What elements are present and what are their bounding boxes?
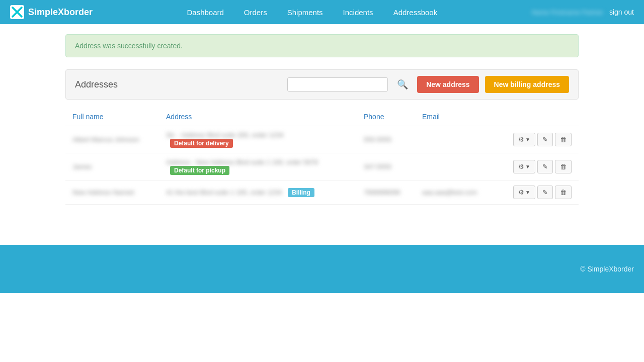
nav-area: Dashboard Orders Shipments Incidents Add… [93,8,532,17]
main-content: Address was successfully created. Addres… [65,24,579,215]
cell-actions: ⚙ ▼ ✎ 🗑 [495,153,579,180]
col-actions [495,108,579,126]
nav-addressbook[interactable]: Addressbook [383,8,448,17]
badge-delivery: Default for delivery [170,139,233,148]
edit-button-0[interactable]: ✎ [537,133,553,146]
table-header-row: Full name Address Phone Email [65,108,579,126]
col-full-name: Full name [65,108,159,126]
col-email: Email [415,108,495,126]
cell-email [415,126,495,153]
nav-shipments[interactable]: Shipments [277,8,333,17]
logo-text: SimpleXborder [28,7,93,18]
nav-orders[interactable]: Orders [234,8,277,17]
delete-button-0[interactable]: 🗑 [555,133,572,146]
badge-pickup: Default for pickup [170,166,229,175]
col-address: Address [159,108,357,126]
table-row: James Address - New Address Blvd suite 1… [65,153,579,180]
top-bar: SimpleXborder Dashboard Orders Shipments… [0,0,644,24]
user-name: Name Firstname Partner [532,9,603,16]
cell-full-name: Albert Marcus Johnson [65,126,159,153]
cell-address: Str. - Address Blvd suite 200, order 123… [159,126,357,153]
cell-actions: ⚙ ▼ ✎ 🗑 [495,126,579,153]
table-row: Albert Marcus Johnson Str. - Address Blv… [65,126,579,153]
new-billing-address-button[interactable]: New billing address [485,76,569,93]
table-row: New Address Named 41 the best Blvd suite… [65,180,579,205]
trash-icon: 🗑 [560,189,567,196]
col-phone: Phone [357,108,415,126]
delete-button-1[interactable]: 🗑 [555,160,572,173]
cell-address: Address - New Address Blvd suite 1 100, … [159,153,357,180]
nav-dashboard[interactable]: Dashboard [177,8,233,17]
action-buttons: ⚙ ▼ ✎ 🗑 [502,133,572,146]
edit-button-1[interactable]: ✎ [537,160,553,173]
cell-full-name: James [65,153,159,180]
sign-out-link[interactable]: sign out [609,8,634,16]
search-input[interactable] [287,77,388,92]
logo-icon [10,5,24,19]
edit-icon: ✎ [542,189,548,196]
cell-address: 41 the best Blvd suite 1 100, order 1234… [159,180,357,205]
addresses-table: Full name Address Phone Email Albert Mar… [65,108,579,205]
cell-email: aaa.aaa@test.com [415,180,495,205]
edit-icon: ✎ [542,163,548,170]
action-buttons: ⚙ ▼ ✎ 🗑 [502,186,572,199]
cell-phone: 7899999099 [357,180,415,205]
gear-icon: ⚙ [518,189,524,196]
gear-button-1[interactable]: ⚙ ▼ [513,160,535,173]
new-address-button[interactable]: New address [417,76,478,93]
action-buttons: ⚙ ▼ ✎ 🗑 [502,160,572,173]
addresses-title: Addresses [75,79,281,90]
copyright: © SimpleXborder [580,265,634,273]
caret-icon: ▼ [525,190,530,195]
edit-icon: ✎ [542,136,548,143]
gear-button-0[interactable]: ⚙ ▼ [513,133,535,146]
gear-icon: ⚙ [518,136,524,143]
addresses-header: Addresses 🔍 New address New billing addr… [65,69,579,100]
gear-button-2[interactable]: ⚙ ▼ [513,186,535,199]
search-button[interactable]: 🔍 [394,78,411,91]
cell-actions: ⚙ ▼ ✎ 🗑 [495,180,579,205]
caret-icon: ▼ [525,164,530,169]
nav-incidents[interactable]: Incidents [333,8,383,17]
trash-icon: 🗑 [560,136,567,143]
caret-icon: ▼ [525,137,530,142]
badge-billing: Billing [288,188,314,197]
edit-button-2[interactable]: ✎ [537,186,553,199]
gear-icon: ⚙ [518,163,524,170]
footer: © SimpleXborder [0,245,644,293]
cell-phone: 347-5555 [357,153,415,180]
user-area: Name Firstname Partner sign out [532,8,634,16]
success-banner: Address was successfully created. [65,34,579,57]
success-message: Address was successfully created. [75,42,183,50]
logo-area: SimpleXborder [10,5,93,19]
cell-phone: 555-5555 [357,126,415,153]
delete-button-2[interactable]: 🗑 [555,186,572,199]
search-icon: 🔍 [397,79,408,89]
cell-full-name: New Address Named [65,180,159,205]
cell-email [415,153,495,180]
trash-icon: 🗑 [560,163,567,170]
